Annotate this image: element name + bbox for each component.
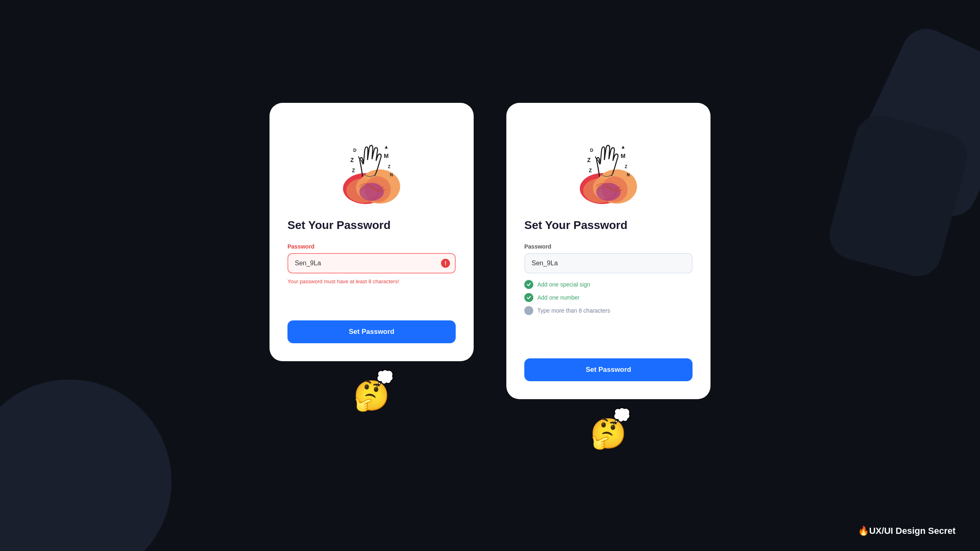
svg-text:N: N — [390, 173, 393, 177]
svg-text:D: D — [353, 148, 356, 153]
bg-circle-left — [0, 380, 172, 551]
svg-text:Z: Z — [350, 157, 354, 163]
validation-item-3: Type more than 8 characters — [524, 306, 693, 315]
error-icon-left: ! — [441, 259, 450, 268]
validation-list: Add one special sign Add one number Type… — [524, 280, 693, 319]
check-icon-1 — [524, 280, 533, 289]
svg-text:M: M — [384, 153, 389, 159]
thought-cloud-right: 💭 — [612, 407, 631, 424]
svg-text:Z: Z — [587, 157, 591, 163]
card-wrapper-right: Z M Z Z D ▲ N Set Your Password Password — [506, 103, 710, 448]
illustration-left: Z M Z Z D ▲ N — [287, 119, 456, 209]
svg-text:▲: ▲ — [621, 144, 626, 150]
illustration-right: Z M Z Z D ▲ N — [524, 119, 693, 209]
main-content: Z M Z Z D ▲ N Set Your Password Password — [270, 103, 710, 448]
validation-label-1: Add one special sign — [537, 281, 590, 288]
card-left-title: Set Your Password — [287, 219, 456, 232]
svg-text:Z: Z — [388, 164, 390, 169]
card-right-title: Set Your Password — [524, 219, 693, 232]
bg-shape-right2 — [824, 110, 973, 282]
check-icon-2 — [524, 293, 533, 302]
svg-text:Z: Z — [625, 164, 627, 169]
validation-item-1: Add one special sign — [524, 280, 693, 289]
set-password-btn-left[interactable]: Set Password — [287, 320, 456, 343]
set-password-btn-right[interactable]: Set Password — [524, 358, 693, 381]
password-label-right: Password — [524, 243, 693, 250]
validation-item-2: Add one number — [524, 293, 693, 302]
validation-label-2: Add one number — [537, 294, 580, 301]
svg-text:N: N — [627, 173, 630, 177]
svg-text:M: M — [621, 153, 626, 159]
svg-text:▲: ▲ — [384, 144, 389, 150]
emoji-area-left: 💭 🤔 — [353, 369, 390, 410]
check-icon-3 — [524, 306, 533, 315]
svg-text:Z: Z — [589, 168, 592, 173]
error-message-left: Your password must have at least 8 chara… — [287, 278, 456, 284]
input-wrapper-right — [524, 253, 693, 273]
emoji-area-right: 💭 🤔 — [590, 407, 627, 448]
password-label-left: Password — [287, 243, 456, 250]
svg-text:Z: Z — [352, 168, 355, 173]
input-wrapper-left: ! — [287, 253, 456, 273]
password-input-right[interactable] — [524, 253, 693, 273]
validation-label-3: Type more than 8 characters — [537, 307, 610, 314]
card-right: Z M Z Z D ▲ N Set Your Password Password — [506, 103, 710, 399]
watermark: 🔥UX/UI Design Secret — [858, 526, 956, 536]
svg-text:D: D — [590, 148, 593, 153]
card-wrapper-left: Z M Z Z D ▲ N Set Your Password Password — [270, 103, 474, 410]
password-input-left[interactable] — [287, 253, 456, 273]
thought-cloud-left: 💭 — [376, 369, 394, 387]
card-left: Z M Z Z D ▲ N Set Your Password Password — [270, 103, 474, 361]
watermark-text: 🔥UX/UI Design Secret — [858, 526, 956, 536]
